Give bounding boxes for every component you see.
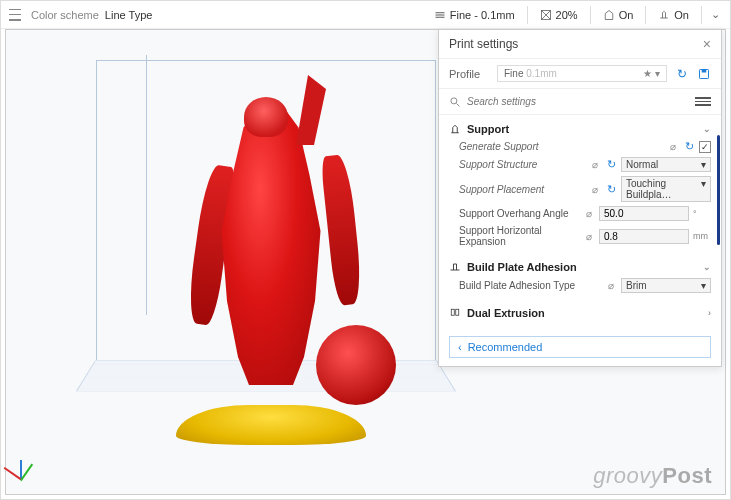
search-input[interactable] [467, 96, 689, 107]
color-scheme-value[interactable]: Line Type [105, 9, 153, 21]
adhesion-type-select[interactable]: Brim▾ [621, 278, 711, 293]
divider [590, 6, 591, 24]
chevron-right-icon: › [708, 308, 711, 318]
watermark: groovyPost [593, 463, 712, 489]
link-icon[interactable]: ⌀ [583, 231, 595, 242]
generate-support-checkbox[interactable]: ✓ [699, 141, 711, 153]
model-head [244, 97, 288, 137]
setting-label: Build Plate Adhesion Type [459, 280, 601, 291]
model-preview [166, 105, 366, 445]
section-adhesion: Build Plate Adhesion ⌄ Build Plate Adhes… [449, 253, 711, 299]
support-section-icon [449, 122, 461, 135]
panel-header: Print settings × [439, 30, 721, 59]
infill-value: 20% [556, 9, 578, 21]
recommended-button[interactable]: ‹ Recommended [449, 336, 711, 358]
row-support-structure: Support Structure ⌀ ↻ Normal▾ [449, 155, 711, 174]
panel-title: Print settings [449, 37, 518, 51]
svg-rect-2 [702, 70, 707, 73]
top-toolbar: Color scheme Line Type Fine - 0.1mm 20% … [1, 1, 730, 29]
model-base [176, 405, 366, 445]
divider [701, 6, 702, 24]
adhesion-value: On [674, 9, 689, 21]
color-scheme-label: Color scheme [31, 9, 99, 21]
svg-point-3 [451, 98, 457, 104]
save-profile-icon[interactable] [697, 67, 711, 81]
axis-gizmo [20, 450, 50, 480]
chevron-down-icon: ⌄ [703, 124, 711, 134]
section-title: Build Plate Adhesion [467, 261, 577, 273]
support-icon [603, 9, 615, 21]
support-structure-select[interactable]: Normal▾ [621, 157, 711, 172]
section-support: Support ⌄ Generate Support ⌀ ↻ ✓ Support… [449, 115, 711, 253]
unit-label: ° [693, 209, 711, 219]
reset-icon[interactable]: ↻ [605, 183, 617, 196]
setting-label: Support Structure [459, 159, 585, 170]
reset-icon[interactable]: ↻ [605, 158, 617, 171]
recommended-label: Recommended [468, 341, 543, 353]
link-icon[interactable]: ⌀ [589, 184, 601, 195]
divider [527, 6, 528, 24]
expand-toggle[interactable]: ⌄ [708, 8, 722, 21]
search-icon [449, 95, 461, 108]
section-title: Support [467, 123, 509, 135]
unit-label: mm [693, 231, 711, 241]
support-placement-select[interactable]: Touching Buildpla…▾ [621, 176, 711, 202]
link-icon[interactable]: ⌀ [667, 141, 679, 152]
adhesion-icon [658, 9, 670, 21]
section-head-support[interactable]: Support ⌄ [449, 119, 711, 138]
setting-label: Support Overhang Angle [459, 208, 579, 219]
profile-select[interactable]: Fine 0.1mm ★ ▾ [497, 65, 667, 82]
setting-label: Support Placement [459, 184, 585, 195]
row-adhesion-type: Build Plate Adhesion Type ⌀ Brim▾ [449, 276, 711, 295]
setting-label: Generate Support [459, 141, 663, 152]
star-icon: ★ ▾ [643, 68, 660, 79]
infill-icon [540, 9, 552, 21]
row-horizontal-expansion: Support Horizontal Expansion ⌀ mm [449, 223, 711, 249]
model-part [320, 154, 364, 306]
layer-height-control[interactable]: Fine - 0.1mm [428, 7, 521, 23]
setting-label: Support Horizontal Expansion [459, 225, 579, 247]
row-generate-support: Generate Support ⌀ ↻ ✓ [449, 138, 711, 155]
scrollbar[interactable] [717, 117, 720, 328]
menu-icon[interactable] [9, 9, 21, 21]
reset-icon[interactable]: ↻ [683, 140, 695, 153]
link-icon[interactable]: ⌀ [589, 159, 601, 170]
adhesion-toggle[interactable]: On [652, 7, 695, 23]
settings-body: Support ⌄ Generate Support ⌀ ↻ ✓ Support… [439, 115, 721, 330]
divider [645, 6, 646, 24]
horiz-expansion-input[interactable] [599, 229, 689, 244]
svg-rect-4 [451, 310, 454, 316]
overhang-angle-input[interactable] [599, 206, 689, 221]
section-dual-extrusion: Dual Extrusion › [449, 299, 711, 326]
search-row [439, 89, 721, 115]
chevron-left-icon: ‹ [458, 341, 462, 353]
section-head-dual[interactable]: Dual Extrusion › [449, 303, 711, 322]
link-icon[interactable]: ⌀ [583, 208, 595, 219]
section-head-adhesion[interactable]: Build Plate Adhesion ⌄ [449, 257, 711, 276]
print-settings-panel: Print settings × Profile Fine 0.1mm ★ ▾ … [438, 29, 722, 367]
infill-control[interactable]: 20% [534, 7, 584, 23]
model-sphere [316, 325, 396, 405]
settings-visibility-icon[interactable] [695, 97, 711, 106]
svg-rect-5 [456, 310, 459, 316]
model-body [216, 105, 326, 385]
section-title: Dual Extrusion [467, 307, 545, 319]
row-overhang-angle: Support Overhang Angle ⌀ ° [449, 204, 711, 223]
support-value: On [619, 9, 634, 21]
chevron-down-icon: ⌄ [703, 262, 711, 272]
reset-profile-icon[interactable]: ↻ [675, 67, 689, 81]
support-toggle[interactable]: On [597, 7, 640, 23]
layers-icon [434, 9, 446, 21]
row-support-placement: Support Placement ⌀ ↻ Touching Buildpla…… [449, 174, 711, 204]
link-icon[interactable]: ⌀ [605, 280, 617, 291]
adhesion-section-icon [449, 260, 461, 273]
profile-label: Profile [449, 68, 489, 80]
close-icon[interactable]: × [703, 36, 711, 52]
profile-row: Profile Fine 0.1mm ★ ▾ ↻ [439, 59, 721, 89]
build-volume [66, 50, 466, 450]
dual-extrusion-icon [449, 306, 461, 319]
layer-height-value: Fine - 0.1mm [450, 9, 515, 21]
